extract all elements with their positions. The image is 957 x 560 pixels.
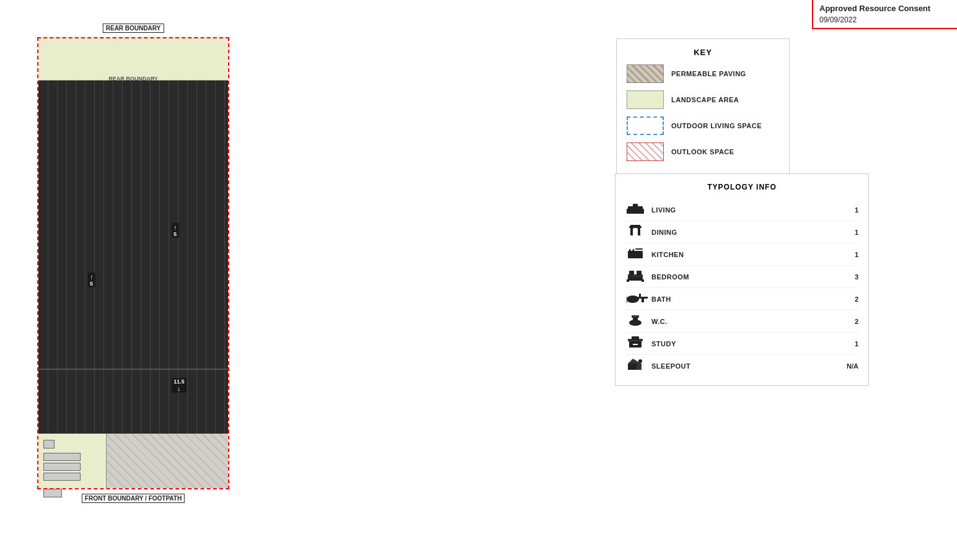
building-stripes — [38, 81, 228, 434]
svg-rect-4 — [630, 225, 640, 226]
wc-icon — [625, 313, 645, 330]
lower-section — [38, 434, 228, 488]
garage-door-2 — [43, 453, 81, 461]
key-panel: KEY PERMEABLE PAVING LANDSCAPE AREA OUTD… — [616, 38, 790, 178]
svg-rect-17 — [637, 271, 642, 276]
typology-row-wc: W.C. 2 — [625, 310, 858, 333]
garage-doors — [43, 440, 81, 497]
svg-rect-1 — [627, 209, 630, 214]
bedroom-icon — [625, 268, 645, 285]
svg-rect-16 — [629, 271, 634, 276]
living-value: 1 — [840, 206, 858, 214]
middle-dimension-marker: ↑ 5 — [88, 273, 95, 287]
building-main: ↑ 5 ↑ 5 11.5 ↓ — [38, 81, 228, 434]
typology-row-bedroom: BEDROOM 3 — [625, 266, 858, 288]
permeable-paving-swatch — [627, 64, 664, 83]
svg-rect-24 — [642, 299, 644, 302]
front-boundary-label: FRONT BOUNDARY / FOOTPATH — [82, 494, 185, 503]
svg-rect-18 — [627, 279, 629, 282]
typology-row-living: LIVING 1 — [625, 199, 858, 221]
svg-rect-6 — [630, 228, 633, 235]
landscape-area-label: LANDSCAPE AREA — [671, 96, 739, 103]
kitchen-value: 1 — [840, 251, 858, 258]
study-value: 1 — [840, 340, 858, 348]
svg-rect-32 — [628, 364, 638, 370]
sleepout-value: N/A — [840, 362, 858, 370]
svg-point-34 — [638, 359, 642, 363]
bedroom-label: BEDROOM — [651, 273, 834, 281]
study-icon — [625, 335, 645, 352]
typology-row-bath: BATH 2 — [625, 288, 858, 310]
landscape-area-swatch — [627, 90, 664, 109]
svg-rect-3 — [633, 204, 638, 209]
dining-icon — [625, 224, 645, 240]
stamp-date: 09/09/2022 — [819, 15, 951, 24]
dining-label: DINING — [651, 229, 834, 236]
svg-point-20 — [627, 295, 639, 303]
garage-area — [38, 434, 107, 488]
living-label: LIVING — [651, 206, 834, 214]
stamp-area: Approved Resource Consent 09/09/2022 — [812, 0, 957, 29]
entry-area — [107, 434, 228, 488]
wc-label: W.C. — [651, 318, 834, 325]
key-title: KEY — [627, 48, 779, 57]
bath-icon — [625, 291, 645, 307]
kitchen-label: KITCHEN — [651, 251, 834, 258]
sleepout-icon — [625, 357, 645, 374]
bath-value: 2 — [840, 295, 858, 303]
svg-point-12 — [630, 248, 633, 251]
svg-rect-13 — [635, 248, 643, 250]
svg-rect-21 — [627, 297, 627, 303]
site-plan: REAR BOUNDARY FRONT BOUNDARY / FOOTPATH … — [37, 37, 229, 489]
outlook-space-swatch — [627, 142, 664, 161]
rear-boundary-label-top: REAR BOUNDARY — [103, 24, 164, 33]
svg-rect-5 — [629, 226, 642, 228]
upper-dimension-marker: ↑ 5 — [172, 223, 179, 238]
typology-row-study: STUDY 1 — [625, 333, 858, 355]
garage-door-3 — [43, 463, 81, 471]
garage-door-5 — [43, 489, 62, 497]
typology-panel: TYPOLOGY INFO LIVING 1 DINING 1 KITCHEN … — [615, 173, 869, 386]
lower-dimension-marker: 11.5 ↓ — [172, 378, 187, 393]
svg-rect-2 — [640, 209, 644, 214]
typology-row-sleepout: SLEEPOUT N/A — [625, 355, 858, 377]
outdoor-living-label: OUTDOOR LIVING SPACE — [671, 122, 762, 129]
svg-rect-7 — [638, 228, 640, 235]
svg-point-9 — [637, 226, 639, 229]
svg-point-8 — [632, 226, 634, 229]
stamp-title: Approved Resource Consent — [819, 4, 951, 13]
typology-title: TYPOLOGY INFO — [625, 183, 858, 191]
typology-row-dining: DINING 1 — [625, 221, 858, 243]
internal-wall-line — [38, 369, 228, 370]
dining-value: 1 — [840, 229, 858, 236]
outdoor-living-swatch — [627, 116, 664, 135]
svg-rect-23 — [639, 294, 641, 299]
key-item-landscape: LANDSCAPE AREA — [627, 90, 779, 109]
wc-value: 2 — [840, 318, 858, 325]
permeable-paving-label: PERMEABLE PAVING — [671, 70, 746, 77]
svg-rect-30 — [632, 336, 639, 340]
key-item-outlook: OUTLOOK SPACE — [627, 142, 779, 161]
study-label: STUDY — [651, 340, 834, 348]
garage-door-1 — [43, 440, 55, 448]
svg-rect-27 — [632, 315, 639, 318]
typology-row-kitchen: KITCHEN 1 — [625, 243, 858, 266]
bedroom-value: 3 — [840, 273, 858, 281]
kitchen-icon — [625, 246, 645, 263]
landscape-strip: REAR BOUNDARY — [38, 37, 228, 81]
garage-door-4 — [43, 473, 81, 481]
svg-rect-31 — [633, 344, 638, 345]
outlook-space-label: OUTLOOK SPACE — [671, 148, 734, 155]
bath-label: BATH — [651, 295, 834, 303]
living-icon — [625, 201, 645, 218]
key-item-permeable: PERMEABLE PAVING — [627, 64, 779, 83]
key-item-outdoor: OUTDOOR LIVING SPACE — [627, 116, 779, 135]
svg-rect-19 — [642, 279, 644, 282]
sleepout-label: SLEEPOUT — [651, 362, 834, 370]
